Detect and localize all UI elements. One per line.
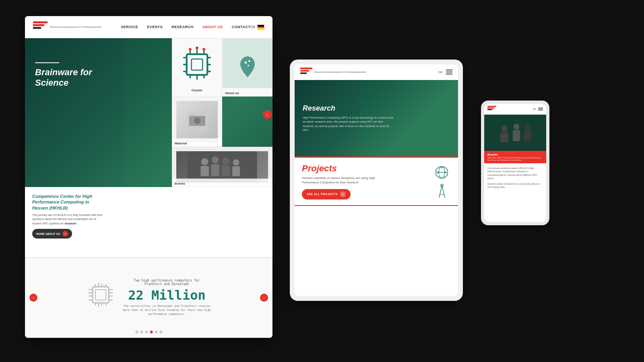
material-label: Material — [175, 142, 219, 145]
globe-icon — [433, 163, 451, 181]
mobile-hamburger-icon[interactable] — [538, 107, 543, 111]
tablet-projects-desc: Hessian scientists of various discipline… — [302, 176, 382, 185]
hero-title-line — [35, 62, 59, 63]
stats-subtitle: Two high performance computers forFrankf… — [123, 279, 211, 286]
mobile-lang[interactable]: DE — [533, 108, 536, 110]
tablet-projects-title: Projects — [302, 163, 433, 174]
svg-point-26 — [212, 156, 219, 163]
hamburger-icon[interactable] — [446, 70, 452, 74]
svg-rect-25 — [200, 166, 209, 176]
mobile-hero — [484, 115, 546, 151]
tablet-logo[interactable]: Hessisches Kompetenzzentrum für Hochleis… — [300, 68, 366, 76]
stats-dot-4[interactable] — [150, 331, 153, 333]
logo-text: Hessisches Kompetenzzentrum für Hochleis… — [50, 26, 101, 29]
stats-desc: The universities in Darmstadt and Frankf… — [123, 304, 211, 316]
mobile-events-bar: Events We offer HPC training at beginnin… — [484, 151, 546, 163]
svg-line-57 — [442, 185, 445, 197]
about-title: Competence Center for HighPerformance Co… — [32, 193, 265, 211]
mobile-events-content: Our annual workshop series HiPerCH (High… — [484, 163, 546, 192]
svg-rect-31 — [232, 166, 240, 176]
about-text: Competence Center for HighPerformance Co… — [25, 187, 272, 257]
events-overlay: Events — [172, 179, 272, 187]
tablet-hero-content: Research High Performance Computing (HPC… — [303, 104, 395, 133]
desktop-about-section: Competence Center for HighPerformance Co… — [25, 187, 272, 257]
svg-point-66 — [525, 125, 530, 131]
stats-prev-button[interactable]: ‹ — [29, 294, 37, 302]
stats-number: 22 Million — [123, 288, 211, 303]
tablet-mockup: Hessisches Kompetenzzentrum für Hochleis… — [290, 60, 463, 301]
mobile-mockup: DE Events We offer — [481, 101, 549, 225]
svg-line-56 — [439, 185, 442, 197]
mobile-nav-right: DE — [533, 107, 543, 111]
mobile-logo-icon — [487, 106, 496, 112]
see-btn-label: SEE ALL PROJECTS — [307, 193, 338, 195]
desktop-stats-section: ‹ — [25, 257, 272, 338]
stats-dots — [135, 331, 162, 333]
stats-next-button[interactable]: › — [260, 294, 268, 302]
events-image — [176, 151, 268, 183]
tablet-projects: Projects Hessian scientists of various d… — [295, 158, 458, 206]
mobile-inner: DE Events We offer — [484, 104, 546, 222]
more-btn-label: MORE ABOUT US — [36, 232, 60, 235]
desktop-mockup: Hessisches Kompetenzzentrum für Hochleis… — [25, 16, 272, 338]
hero-content: Brainware forScience — [25, 38, 272, 97]
tablet-projects-icons — [433, 163, 451, 200]
stats-text: Two high performance computers forFrankf… — [123, 279, 211, 316]
see-all-projects-button[interactable]: SEE ALL PROJECTS › — [302, 189, 351, 200]
stats-chip-icon — [87, 281, 115, 313]
logo-icon — [33, 21, 47, 33]
mobile-events-desc2: Special cluster introduction courses tak… — [487, 182, 543, 189]
nav-lang[interactable]: DE — [250, 25, 264, 30]
compass-icon — [436, 183, 448, 200]
svg-rect-63 — [500, 132, 508, 142]
more-about-us-button[interactable]: MORE ABOUT US › — [32, 229, 72, 239]
tablet-hero-title: Research — [303, 104, 395, 113]
svg-point-64 — [514, 124, 519, 130]
see-btn-arrow-icon: › — [340, 191, 346, 197]
nav-links: SERVICE EVENTS RESEARCH ABOUT US CONTACT — [121, 25, 250, 29]
stats-dot-5[interactable] — [155, 331, 157, 333]
stats-dot-3[interactable] — [145, 331, 148, 333]
desktop-navbar: Hessisches Kompetenzzentrum für Hochleis… — [25, 16, 272, 38]
tablet-lang[interactable]: DE — [438, 70, 443, 74]
hero-next-button[interactable]: › — [263, 110, 272, 119]
svg-rect-29 — [221, 165, 230, 177]
stats-content: Two high performance computers forFrankf… — [70, 271, 227, 324]
hero-card-events[interactable]: Events — [172, 147, 272, 187]
material-img-icon — [187, 112, 207, 132]
desktop-logo[interactable]: Hessisches Kompetenzzentrum für Hochleis… — [33, 21, 101, 33]
stats-dot-2[interactable] — [140, 331, 143, 333]
mobile-events-subtitle: We offer HPC training at beginning and a… — [487, 156, 543, 161]
mobile-events-title: Events — [487, 153, 543, 156]
tablet-logo-text: Hessisches Kompetenzzentrum für Hochleis… — [314, 71, 366, 73]
svg-point-30 — [233, 159, 239, 166]
events-label: Events — [175, 182, 270, 185]
svg-rect-27 — [211, 164, 219, 176]
mobile-hero-image — [484, 115, 546, 151]
tablet-logo-icon — [300, 68, 312, 76]
stats-icon-container — [87, 281, 115, 315]
mobile-events-desc1: Our annual workshop series HiPerCH (High… — [487, 167, 543, 180]
tablet-navbar: Hessisches Kompetenzzentrum für Hochleis… — [295, 64, 458, 80]
hero-card-material[interactable]: Material — [172, 97, 222, 147]
svg-rect-65 — [513, 130, 520, 141]
desktop-hero: Brainware forScience — [25, 38, 272, 187]
stats-dot-1[interactable] — [135, 331, 138, 333]
nav-about[interactable]: ABOUT US — [202, 25, 223, 29]
svg-rect-33 — [95, 290, 106, 300]
svg-point-55 — [441, 167, 443, 169]
nav-research[interactable]: RESEARCH — [171, 25, 194, 29]
nav-contact[interactable]: CONTACT — [232, 25, 251, 29]
material-overlay: Material — [172, 138, 222, 146]
tablet-nav-right: DE — [438, 70, 452, 74]
material-image — [176, 101, 218, 142]
svg-point-62 — [501, 125, 508, 132]
svg-point-28 — [222, 158, 229, 165]
svg-point-54 — [436, 173, 448, 177]
stats-dot-6[interactable] — [159, 331, 162, 333]
tablet-projects-text: Projects Hessian scientists of various d… — [302, 163, 433, 200]
nav-service[interactable]: SERVICE — [121, 25, 138, 29]
tablet-hero-desc: High Performance Computing (HPC) is a ke… — [303, 116, 395, 133]
tablet-projects-inner: Projects Hessian scientists of various d… — [302, 163, 451, 200]
nav-events[interactable]: EVENTS — [147, 25, 163, 29]
